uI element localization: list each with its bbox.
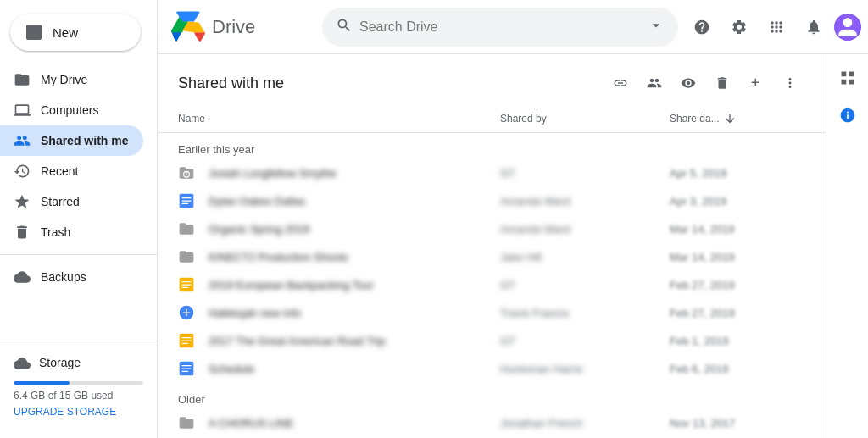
plus-icon bbox=[24, 22, 44, 42]
storage-text: 6.4 GB of 15 GB used bbox=[14, 390, 143, 402]
notifications-button[interactable] bbox=[797, 10, 831, 44]
add-action-button[interactable] bbox=[741, 68, 771, 98]
star-icon bbox=[14, 193, 31, 210]
trash-icon bbox=[14, 224, 31, 241]
file-shared-by: Jake Hill bbox=[500, 251, 670, 263]
sidebar-item-recent[interactable]: Recent bbox=[0, 156, 143, 186]
new-button-label: New bbox=[53, 25, 78, 40]
folder-icon bbox=[14, 71, 31, 88]
table-row[interactable]: A CHORUS LINE Jonathan French Nov 13, 20… bbox=[158, 409, 826, 437]
storage-section: Storage 6.4 GB of 15 GB used UPGRADE STO… bbox=[0, 348, 157, 431]
share-action-button[interactable] bbox=[639, 68, 670, 98]
content-header: Shared with me bbox=[158, 54, 826, 105]
sidebar-item-computers[interactable]: Computers bbox=[0, 95, 143, 125]
col-date-header[interactable]: Share da... bbox=[670, 112, 805, 125]
people-icon bbox=[14, 132, 31, 149]
sidebar-item-label: Recent bbox=[41, 164, 78, 178]
file-date: Apr 3, 2019 bbox=[670, 195, 805, 208]
right-panel bbox=[826, 54, 868, 438]
sidebar-item-label: My Drive bbox=[41, 73, 87, 86]
file-name: Schedule bbox=[209, 363, 500, 375]
file-name: Organic Spring 2019 bbox=[209, 223, 500, 236]
clock-icon bbox=[14, 163, 31, 180]
file-date: Apr 5, 2019 bbox=[670, 167, 805, 180]
storage-bar-fill bbox=[14, 381, 70, 385]
sidebar-item-label: Shared with me bbox=[41, 134, 128, 147]
table-row[interactable]: Organic Spring 2019 Amanda Ward Mar 14, … bbox=[158, 215, 826, 243]
storage-bar-background bbox=[14, 381, 143, 385]
file-shared-by: Amanda Ward bbox=[500, 223, 670, 236]
section-label-recent: Earlier this year bbox=[158, 133, 826, 159]
drive-logo bbox=[171, 10, 205, 44]
file-type-icon bbox=[178, 276, 209, 293]
section-label-older: Older bbox=[158, 383, 826, 409]
table-row[interactable]: 2017 The Great American Road Trip GT Feb… bbox=[158, 327, 826, 355]
sidebar: New My Drive Computers Shared with me bbox=[0, 0, 158, 438]
sidebar-item-starred[interactable]: Starred bbox=[0, 186, 143, 217]
sidebar-item-label: Starred bbox=[41, 195, 80, 208]
file-table-older: A CHORUS LINE Jonathan French Nov 13, 20… bbox=[158, 409, 826, 438]
table-row[interactable]: Schedule Huntsman Harris Feb 6, 2019 bbox=[158, 355, 826, 383]
file-date: Mar 14, 2019 bbox=[670, 251, 805, 263]
file-type-icon bbox=[178, 220, 209, 237]
file-table-recent: Josiah Longfellow Smythe GT Apr 5, 2019 … bbox=[158, 159, 826, 383]
file-date: Feb 27, 2019 bbox=[670, 279, 805, 291]
sidebar-item-my-drive[interactable]: My Drive bbox=[0, 64, 143, 95]
file-shared-by: Amanda Ward bbox=[500, 195, 670, 208]
topbar-right bbox=[685, 10, 861, 44]
sidebar-item-shared[interactable]: Shared with me bbox=[0, 125, 143, 156]
file-date: Feb 1, 2019 bbox=[670, 335, 805, 347]
sort-icon bbox=[723, 112, 737, 125]
table-row[interactable]: KINECT2 Production Shoots Jake Hill Mar … bbox=[158, 243, 826, 271]
cloud-icon bbox=[14, 269, 31, 286]
more-action-button[interactable] bbox=[775, 68, 805, 98]
table-row[interactable]: Dylan Oakes Dallas Amanda Ward Apr 3, 20… bbox=[158, 187, 826, 215]
file-date: Mar 14, 2019 bbox=[670, 223, 805, 236]
avatar[interactable] bbox=[834, 14, 861, 41]
settings-button[interactable] bbox=[722, 10, 756, 44]
sidebar-divider bbox=[0, 254, 157, 255]
file-name: KINECT2 Production Shoots bbox=[209, 251, 500, 263]
main-area: Drive bbox=[158, 0, 868, 438]
file-type-icon bbox=[178, 304, 209, 321]
file-shared-by: GT bbox=[500, 279, 670, 291]
sidebar-item-backups[interactable]: Backups bbox=[0, 262, 143, 292]
file-shared-by: GT bbox=[500, 167, 670, 180]
page-title: Shared with me bbox=[178, 75, 284, 92]
apps-button[interactable] bbox=[760, 10, 793, 44]
table-row[interactable]: 2019 European Backpacking Tour GT Feb 27… bbox=[158, 271, 826, 299]
header-actions bbox=[605, 68, 805, 98]
upgrade-storage-link[interactable]: UPGRADE STORAGE bbox=[14, 406, 116, 418]
grid-view-button[interactable] bbox=[831, 61, 865, 95]
file-name: 2019 European Backpacking Tour bbox=[209, 279, 500, 291]
storage-label: Storage bbox=[39, 356, 81, 369]
sidebar-item-trash[interactable]: Trash bbox=[0, 217, 143, 247]
link-action-button[interactable] bbox=[605, 68, 636, 98]
file-shared-by: Huntsman Harris bbox=[500, 363, 670, 375]
file-name: Hallelujah new info bbox=[209, 307, 500, 319]
preview-action-button[interactable] bbox=[673, 68, 704, 98]
new-button[interactable]: New bbox=[10, 14, 141, 51]
file-name: Josiah Longfellow Smythe bbox=[209, 167, 500, 180]
topbar: Drive bbox=[158, 0, 868, 54]
info-panel-button[interactable] bbox=[831, 98, 865, 132]
search-bar[interactable] bbox=[322, 8, 678, 47]
file-name: A CHORUS LINE bbox=[209, 417, 500, 430]
table-row[interactable]: Hallelujah new info Travis Francis Feb 2… bbox=[158, 299, 826, 327]
help-button[interactable] bbox=[685, 10, 719, 44]
table-row[interactable]: Josiah Longfellow Smythe GT Apr 5, 2019 bbox=[158, 159, 826, 187]
sidebar-item-label: Backups bbox=[41, 270, 86, 284]
sidebar-item-label: Trash bbox=[41, 225, 70, 239]
search-dropdown-icon[interactable] bbox=[648, 17, 665, 36]
file-name: 2017 The Great American Road Trip bbox=[209, 335, 500, 347]
sidebar-nav: My Drive Computers Shared with me Recent bbox=[0, 64, 157, 334]
search-input[interactable] bbox=[359, 19, 641, 35]
search-icon bbox=[336, 17, 353, 36]
content-area: Shared with me bbox=[158, 54, 826, 438]
file-type-icon bbox=[178, 414, 209, 431]
storage-divider bbox=[0, 341, 157, 341]
file-date: Nov 13, 2017 bbox=[670, 417, 805, 430]
sidebar-item-label: Computers bbox=[41, 103, 98, 117]
file-shared-by: GT bbox=[500, 335, 670, 347]
delete-action-button[interactable] bbox=[707, 68, 737, 98]
